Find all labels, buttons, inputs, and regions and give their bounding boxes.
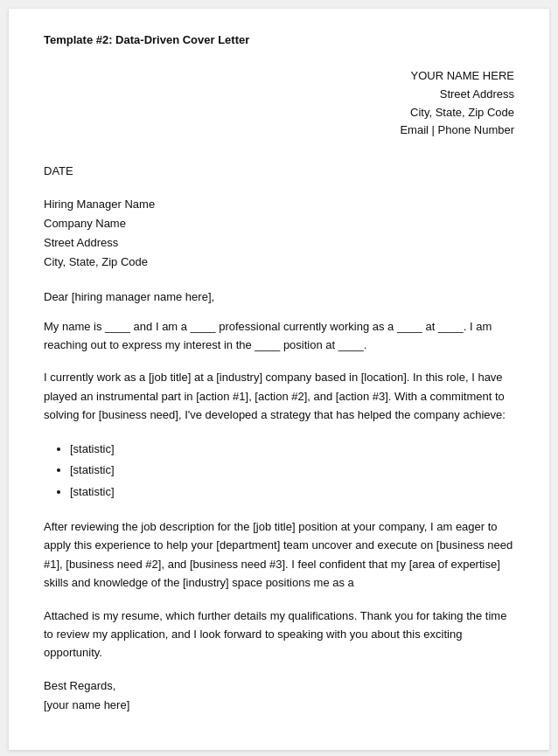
paragraph-3: After reviewing the job description for …	[44, 517, 514, 593]
bullet-item: [statistic]	[70, 439, 514, 461]
template-title: Template #2: Data-Driven Cover Letter	[44, 33, 514, 46]
recipient-block: Hiring Manager Name Company Name Street …	[44, 195, 514, 272]
header-address-block: YOUR NAME HERE Street Address City, Stat…	[44, 67, 514, 140]
bullet-list: [statistic][statistic][statistic]	[70, 439, 514, 503]
header-city-state-zip: City, State, Zip Code	[44, 104, 514, 122]
recipient-line1: Hiring Manager Name	[44, 195, 514, 214]
recipient-line4: City, State, Zip Code	[44, 253, 514, 272]
closing-line1: Best Regards,	[44, 676, 514, 696]
recipient-line3: Street Address	[44, 233, 514, 253]
bullet-item: [statistic]	[70, 482, 514, 503]
recipient-line2: Company Name	[44, 214, 514, 233]
cover-letter-page: Template #2: Data-Driven Cover Letter YO…	[9, 9, 549, 750]
paragraph-4: Attached is my resume, which further det…	[44, 607, 514, 662]
header-email-phone: Email | Phone Number	[44, 121, 514, 140]
header-name: YOUR NAME HERE	[44, 67, 514, 86]
closing-block: Best Regards, [your name here]	[44, 676, 514, 715]
closing-line2: [your name here]	[44, 696, 514, 715]
date-section: DATE	[44, 164, 514, 177]
header-street: Street Address	[44, 86, 514, 104]
paragraph-1: My name is ____ and I am a ____ professi…	[44, 317, 514, 355]
paragraph-2: I currently work as a [job title] at a […	[44, 368, 514, 424]
salutation: Dear [hiring manager name here],	[44, 290, 514, 303]
bullet-item: [statistic]	[70, 460, 514, 482]
